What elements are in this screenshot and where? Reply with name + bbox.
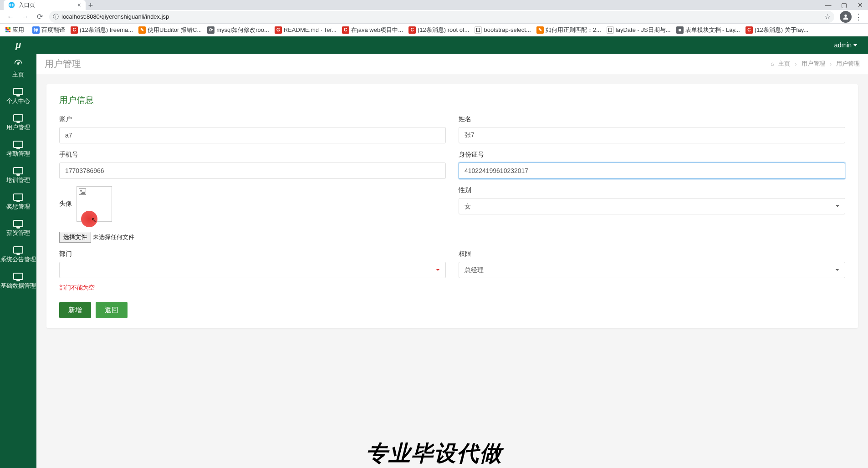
label-account: 账户 [59, 115, 446, 123]
sidebar: μ 主页个人中心用户管理考勤管理培训管理奖惩管理薪资管理系统公告管理基础数据管理 [0, 36, 36, 468]
field-idcard: 身份证号 [459, 151, 845, 179]
apps-label: 应用 [12, 26, 24, 34]
sidebar-item-2[interactable]: 用户管理 [0, 110, 36, 136]
url-text: localhost:8080/qiyerenshiguanli/index.js… [61, 13, 169, 20]
bookmark-item[interactable]: C在java web项目中... [339, 26, 406, 34]
label-gender: 性别 [459, 186, 845, 194]
section-title: 用户信息 [59, 94, 845, 106]
bookmark-icon: ✎ [536, 26, 544, 34]
monitor-icon [13, 220, 23, 227]
browser-menu-button[interactable]: ⋮ [853, 12, 864, 22]
tab-close-icon[interactable]: × [77, 1, 81, 9]
bookmark-item[interactable]: ✎使用UEditor 报错C... [136, 26, 204, 34]
bookmark-icon: C [745, 26, 753, 34]
input-phone[interactable] [59, 163, 446, 179]
window-maximize-button[interactable]: ▢ [836, 0, 852, 10]
label-dept: 部门 [59, 250, 446, 258]
bookmark-icon: C [408, 26, 416, 34]
bookmark-label: bootstrap-select... [484, 26, 531, 33]
bookmark-icon: 译 [32, 26, 40, 34]
sidebar-item-7[interactable]: 系统公告管理 [0, 242, 36, 268]
input-account[interactable] [59, 127, 446, 143]
caret-down-icon [853, 44, 857, 46]
sidebar-item-6[interactable]: 薪资管理 [0, 215, 36, 242]
apps-button[interactable]: 应用 [5, 26, 24, 34]
bookmark-label: mysql如何修改roo... [216, 26, 269, 34]
bookmark-item[interactable]: 囗bootstrap-select... [472, 26, 533, 34]
sidebar-item-5[interactable]: 奖惩管理 [0, 189, 36, 215]
breadcrumb-home[interactable]: 主页 [778, 60, 790, 68]
bookmark-label: (12条消息) root of... [418, 26, 469, 34]
field-role: 权限 总经理 [459, 250, 845, 292]
breadcrumb-mid[interactable]: 用户管理 [802, 60, 825, 68]
nav-forward-button[interactable]: → [18, 10, 32, 23]
field-phone: 手机号 [59, 151, 446, 179]
dashboard-icon [14, 58, 23, 69]
sidebar-item-1[interactable]: 个人中心 [0, 83, 36, 110]
label-name: 姓名 [459, 115, 845, 123]
logo[interactable]: μ [0, 36, 36, 54]
bookmark-item[interactable]: C(12条消息) 关于lay... [743, 26, 811, 34]
label-phone: 手机号 [59, 151, 446, 159]
bookmark-item[interactable]: ■表单模块文档 - Lay... [674, 26, 743, 34]
bookmark-icon: ✎ [138, 26, 146, 34]
info-icon[interactable]: ⓘ [53, 13, 59, 21]
sidebar-item-4[interactable]: 培训管理 [0, 163, 36, 189]
chevron-right-icon: › [795, 61, 797, 67]
choose-file-button[interactable]: 选择文件 [59, 232, 91, 243]
sidebar-item-label: 培训管理 [6, 176, 30, 184]
top-nav: admin [36, 36, 868, 54]
input-name[interactable] [459, 127, 845, 143]
new-tab-button[interactable]: + [86, 1, 96, 10]
input-idcard[interactable] [459, 163, 845, 179]
profile-avatar[interactable] [840, 11, 852, 23]
bookmark-item[interactable]: 译百度翻译 [30, 26, 68, 34]
select-role[interactable]: 总经理 [459, 262, 845, 278]
select-gender[interactable]: 女 [459, 198, 845, 214]
sidebar-item-8[interactable]: 基础数据管理 [0, 268, 36, 295]
sidebar-item-label: 用户管理 [6, 123, 30, 132]
svg-line-2 [18, 62, 20, 63]
user-menu[interactable]: admin [834, 41, 857, 49]
globe-icon: 🌐 [8, 2, 15, 8]
bookmark-item[interactable]: C(12条消息) freema... [68, 26, 136, 34]
watermark-text: 专业毕设代做 [366, 439, 502, 468]
home-icon[interactable]: ⌂ [771, 61, 774, 67]
submit-button[interactable]: 新增 [59, 302, 91, 318]
breadcrumb-last: 用户管理 [836, 60, 860, 68]
nav-back-button[interactable]: ← [4, 10, 17, 23]
nav-reload-button[interactable]: ⟳ [33, 10, 46, 23]
url-bar[interactable]: ⓘ localhost:8080/qiyerenshiguanli/index.… [49, 11, 834, 23]
back-button[interactable]: 返回 [96, 302, 128, 318]
sidebar-item-0[interactable]: 主页 [0, 54, 36, 83]
bookmark-icon: 囗 [475, 26, 482, 34]
label-avatar: 头像 [59, 200, 72, 208]
monitor-icon [13, 88, 23, 95]
window-close-button[interactable]: ✕ [852, 0, 868, 10]
field-dept: 部门 部门不能为空 [59, 250, 446, 292]
bookmark-icon: C [342, 26, 349, 34]
cursor-icon: ↖ [91, 216, 97, 224]
label-idcard: 身份证号 [459, 151, 845, 159]
star-icon[interactable]: ☆ [824, 12, 831, 21]
field-avatar: 头像 ↖ 选择文件 未选择任何文件 [59, 186, 446, 243]
bookmark-item[interactable]: GREADME.md · Ter... [272, 26, 339, 34]
field-account: 账户 [59, 115, 446, 143]
bookmark-icon: ⟳ [207, 26, 214, 34]
window-minimize-button[interactable]: — [820, 0, 836, 10]
bookmark-item[interactable]: ⟳mysql如何修改roo... [204, 26, 272, 34]
sidebar-item-label: 基础数据管理 [0, 282, 36, 290]
monitor-icon [13, 193, 23, 201]
bookmark-item[interactable]: C(12条消息) root of... [406, 26, 472, 34]
bookmark-item[interactable]: 囗layDate - JS日期与... [604, 26, 674, 34]
breadcrumb: ⌂ 主页 › 用户管理 › 用户管理 [771, 60, 860, 68]
bookmark-item[interactable]: ✎如何用正则匹配：2... [534, 26, 604, 34]
sidebar-item-label: 系统公告管理 [0, 255, 36, 264]
field-gender: 性别 女 [459, 186, 845, 243]
sidebar-item-3[interactable]: 考勤管理 [0, 136, 36, 163]
field-name: 姓名 [459, 115, 845, 143]
bookmarks-bar: 应用 译百度翻译C(12条消息) freema...✎使用UEditor 报错C… [0, 24, 868, 36]
monitor-icon [13, 167, 23, 174]
select-dept[interactable] [59, 262, 446, 278]
browser-tab[interactable]: 🌐 入口页 × [4, 0, 86, 10]
